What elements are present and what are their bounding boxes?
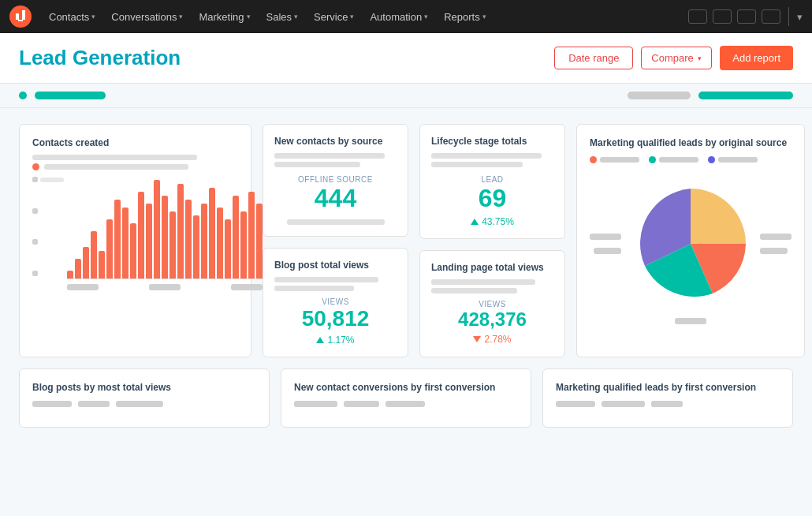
- date-range-button[interactable]: Date range: [554, 47, 633, 69]
- filter-active-pill[interactable]: [35, 92, 106, 99]
- mql-conversion-title: Marketing qualified leads by first conve…: [556, 382, 780, 393]
- pie-chart: [628, 181, 754, 307]
- mql-legend: [590, 156, 792, 163]
- nav-item-sales[interactable]: Sales ▾: [259, 0, 307, 33]
- pie-right-labels: [760, 234, 792, 254]
- filter-dot: [19, 92, 27, 99]
- stage-change: 43.75%: [431, 216, 553, 227]
- page-header: Lead Generation Date range Compare ▾ Add…: [0, 33, 812, 84]
- landing-views-value: 428,376: [431, 308, 553, 331]
- nav-item-contacts[interactable]: Contacts ▾: [41, 0, 103, 33]
- contacts-created-title: Contacts created: [32, 137, 238, 148]
- page-title: Lead Generation: [19, 46, 554, 70]
- nav-item-marketing[interactable]: Marketing ▾: [191, 0, 258, 33]
- filter-right-placeholder: [628, 92, 691, 99]
- conversions-title: New contact conversions by first convers…: [294, 382, 518, 393]
- nav-collapse-icon[interactable]: ▾: [797, 11, 803, 23]
- nav-icon-4[interactable]: [762, 9, 780, 24]
- top-cards-row: Contacts created: [19, 124, 793, 357]
- bottom-cards-row: Blog posts by most total views New conta…: [19, 368, 793, 428]
- nav-divider: [788, 7, 789, 26]
- landing-views-card: Landing page total views VIEWS 428,376 2…: [419, 250, 565, 357]
- landing-views-label: VIEWS: [431, 300, 553, 308]
- mql-card: Marketing qualified leads by original so…: [576, 124, 805, 357]
- lifecycle-card: Lifecycle stage totals LEAD 69 43.75%: [419, 124, 565, 239]
- svg-point-0: [9, 6, 32, 28]
- lifecycle-title: Lifecycle stage totals: [431, 136, 553, 147]
- nav-icon-3[interactable]: [737, 9, 756, 24]
- header-actions: Date range Compare ▾ Add report: [554, 46, 793, 70]
- bar-chart: [67, 177, 263, 279]
- nav-logo: [9, 6, 32, 28]
- landing-views-change: 2.78%: [431, 334, 553, 345]
- source-label: OFFLINE SOURCE: [274, 175, 397, 184]
- nav-icon-2[interactable]: [713, 9, 732, 24]
- mql-title: Marketing qualified leads by original so…: [590, 137, 792, 148]
- legend-bar: [44, 164, 188, 170]
- mid-right-stack: Lifecycle stage totals LEAD 69 43.75% La…: [419, 124, 565, 357]
- nav-item-reports[interactable]: Reports ▾: [436, 0, 494, 33]
- nav-item-conversations[interactable]: Conversations ▾: [103, 0, 191, 33]
- x-axis-labels: [67, 284, 263, 290]
- blog-views-change: 1.17%: [274, 335, 397, 346]
- nav-utility-icons: [688, 9, 780, 24]
- contact-conversions-card: New contact conversions by first convers…: [281, 368, 531, 428]
- blog-views-title: Blog post total views: [274, 260, 397, 271]
- pie-chart-container: [590, 173, 792, 315]
- y-axis: [32, 177, 64, 290]
- new-contacts-title: New contacts by source: [274, 136, 397, 147]
- placeholder-bar-1: [32, 155, 197, 160]
- blog-views-value: 50,812: [274, 306, 397, 331]
- legend-dot-red: [32, 163, 39, 170]
- blog-posts-most-views-card: Blog posts by most total views: [19, 368, 270, 428]
- main-nav: Contacts ▾ Conversations ▾ Marketing ▾ S…: [0, 0, 812, 33]
- blog-most-title: Blog posts by most total views: [32, 382, 256, 393]
- mid-left-stack: New contacts by source OFFLINE SOURCE 44…: [263, 124, 408, 357]
- contacts-created-card: Contacts created: [19, 124, 251, 357]
- source-value: 444: [274, 184, 397, 213]
- mql-first-conversion-card: Marketing qualified leads by first conve…: [542, 368, 793, 428]
- filter-bar: [0, 84, 812, 108]
- blog-views-card: Blog post total views VIEWS 50,812 1.17%: [263, 248, 408, 357]
- stage-value: 69: [431, 184, 553, 213]
- stage-label: LEAD: [431, 175, 553, 184]
- compare-button[interactable]: Compare ▾: [641, 47, 712, 69]
- landing-views-title: Landing page total views: [431, 262, 553, 273]
- nav-icon-1[interactable]: [688, 9, 707, 24]
- blog-views-label: VIEWS: [274, 297, 397, 306]
- nav-item-automation[interactable]: Automation ▾: [362, 0, 436, 33]
- add-report-button[interactable]: Add report: [720, 46, 793, 70]
- new-contacts-card: New contacts by source OFFLINE SOURCE 44…: [263, 124, 408, 237]
- dashboard: Contacts created: [0, 108, 812, 503]
- pie-left-labels: [590, 234, 621, 254]
- nav-item-service[interactable]: Service ▾: [306, 0, 362, 33]
- filter-right-teal: [698, 92, 793, 99]
